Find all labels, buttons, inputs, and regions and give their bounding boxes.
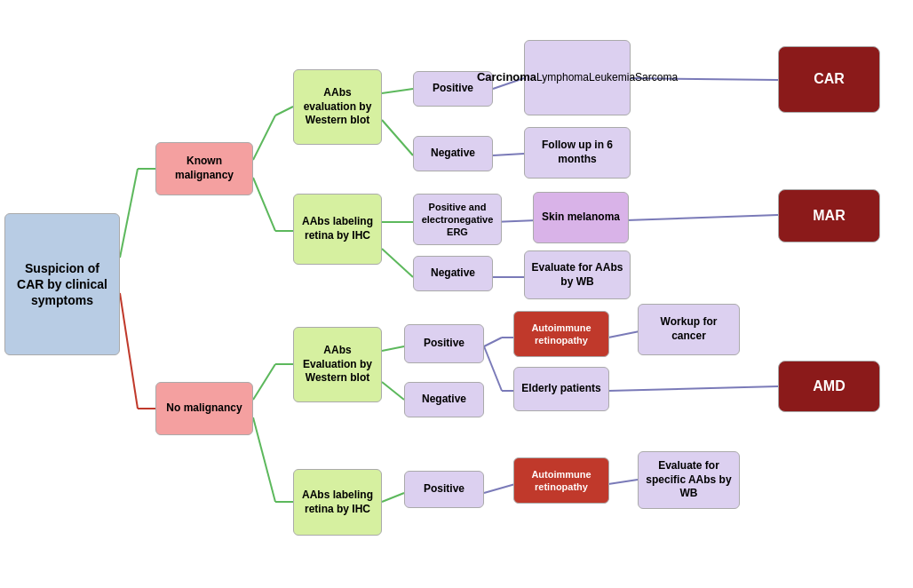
elderly-node: Elderly patients <box>513 367 609 411</box>
positive-4-node: Positive <box>404 471 484 508</box>
aabs-ihc-bot-node: AAbs labeling retina by IHC <box>293 469 382 536</box>
svg-line-8 <box>253 364 275 400</box>
workup-cancer-node: Workup for cancer <box>638 304 740 355</box>
follow-up-node: Follow up in 6 months <box>524 127 631 179</box>
svg-line-0 <box>120 169 138 258</box>
aabs-wb-top-node: AAbs evaluation by Western blot <box>293 69 382 145</box>
svg-line-15 <box>382 249 413 277</box>
svg-line-10 <box>253 417 275 502</box>
svg-line-32 <box>608 480 638 484</box>
svg-line-31 <box>484 484 515 493</box>
svg-line-12 <box>382 89 413 93</box>
svg-line-13 <box>382 120 413 155</box>
pos-elec-erg-node: Positive and electronegative ERG <box>413 194 502 245</box>
carcinoma-box-node: Carcinoma Lymphoma Leukemia Sarcoma <box>524 40 631 115</box>
negative-1-node: Negative <box>413 136 493 171</box>
no-malignancy-node: No malignancy <box>155 382 253 435</box>
svg-line-26 <box>484 346 502 391</box>
diagram: Suspicion of CAR by clinical symptoms Kn… <box>0 0 913 588</box>
svg-line-4 <box>253 115 275 160</box>
car-node: CAR <box>778 46 880 113</box>
suspicion-node: Suspicion of CAR by clinical symptoms <box>4 213 120 355</box>
negative-2-node: Negative <box>413 256 493 291</box>
svg-line-2 <box>120 293 138 409</box>
svg-line-22 <box>382 346 404 351</box>
aabs-ihc-top-node: AAbs labeling retina by IHC <box>293 194 382 265</box>
negative-3-node: Negative <box>404 382 484 417</box>
svg-line-30 <box>382 493 404 502</box>
svg-line-17 <box>493 154 524 155</box>
known-malignancy-node: Known malignancy <box>155 142 253 195</box>
aabs-wb-bot-node: AAbs Evaluation by Western blot <box>293 327 382 402</box>
svg-line-6 <box>253 178 275 231</box>
svg-line-21 <box>626 215 778 220</box>
svg-line-24 <box>484 338 502 346</box>
skin-melanoma-node: Skin melanoma <box>533 192 629 243</box>
autoimmune-ret-1-node: Autoimmune retinopathy <box>513 311 609 357</box>
amd-node: AMD <box>778 361 880 412</box>
svg-line-23 <box>382 382 404 400</box>
mar-node: MAR <box>778 189 880 242</box>
svg-line-29 <box>608 386 778 391</box>
autoimmune-ret-2-node: Autoimmune retinopathy <box>513 457 609 504</box>
eval-aabs-wb-node: Evaluate for AAbs by WB <box>524 250 631 299</box>
positive-3-node: Positive <box>404 324 484 363</box>
svg-line-5 <box>275 107 293 115</box>
eval-specific-node: Evaluate for specific AAbs by WB <box>638 451 740 509</box>
svg-line-28 <box>608 331 639 338</box>
